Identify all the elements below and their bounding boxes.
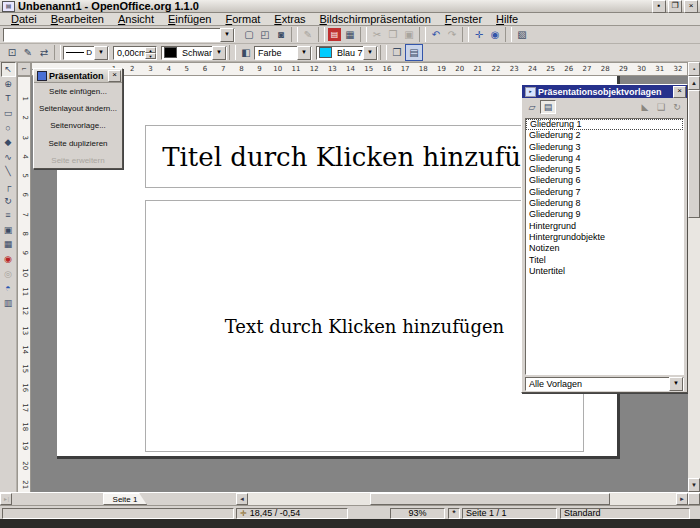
menu-item[interactable]: Ansicht bbox=[111, 13, 161, 25]
combo-arrow-icon[interactable]: ▼ bbox=[212, 46, 226, 60]
combo-arrow-icon[interactable]: ▼ bbox=[94, 46, 108, 60]
palette-command[interactable]: Seitenlayout ändern... bbox=[34, 100, 122, 117]
new-style-button[interactable]: ❑ bbox=[653, 100, 669, 114]
close-button[interactable]: × bbox=[684, 0, 698, 13]
new-document-button[interactable]: ▢ bbox=[241, 27, 257, 42]
page-tab[interactable]: Seite 1 bbox=[103, 493, 147, 505]
combo-arrow-icon[interactable]: ▼ bbox=[220, 28, 234, 42]
style-filter-select[interactable]: Alle Vorlagen ▼ bbox=[525, 377, 684, 391]
palette-command[interactable]: Seite erweitern bbox=[34, 152, 122, 169]
palette-command[interactable]: Seite duplizieren bbox=[34, 135, 122, 152]
cut-button[interactable]: ✂ bbox=[369, 27, 385, 42]
arrow-style-icon[interactable]: ⇄ bbox=[36, 45, 52, 60]
presentation-palette-titlebar[interactable]: Präsentation × bbox=[34, 69, 122, 83]
menu-item[interactable]: Bearbeiten bbox=[44, 13, 111, 25]
maximize-button[interactable]: ❐ bbox=[668, 0, 682, 13]
open-button[interactable]: ◰ bbox=[257, 27, 273, 42]
body-placeholder[interactable]: Text durch Klicken hinzufügen bbox=[145, 200, 584, 452]
ruler-toggle-button[interactable]: ▪ bbox=[688, 62, 700, 76]
close-icon[interactable]: × bbox=[673, 86, 686, 98]
line-style-select[interactable]: D ▼ bbox=[63, 46, 109, 60]
line-color-select[interactable]: Schwarz ▼ bbox=[161, 46, 227, 60]
vertical-ruler[interactable]: 123456789101112131415161718192021 bbox=[17, 76, 31, 494]
pen-icon[interactable]: ✎ bbox=[20, 45, 36, 60]
insert-tool[interactable]: ▦ bbox=[1, 237, 16, 252]
style-list-item[interactable]: Untertitel bbox=[526, 266, 683, 277]
fill-color-select[interactable]: Blau 7 ▼ bbox=[316, 46, 378, 60]
alignment-tool[interactable]: ≡ bbox=[1, 208, 16, 223]
combo-arrow-icon[interactable]: ▼ bbox=[669, 377, 683, 391]
presentation-box-tool[interactable]: ▥ bbox=[1, 296, 16, 311]
fill-style-select[interactable]: Farbe ▼ bbox=[254, 46, 312, 60]
paint-can-icon[interactable]: ◧ bbox=[238, 45, 254, 60]
palette-command[interactable]: Seite einfügen... bbox=[34, 83, 122, 100]
tab-last-button[interactable]: ►| bbox=[0, 493, 12, 505]
status-zoom-field[interactable]: 93% bbox=[390, 508, 445, 519]
presentation-styles-button[interactable]: ▤ bbox=[540, 100, 556, 114]
style-list-item[interactable]: Gliederung 8 bbox=[526, 198, 683, 209]
style-list-item[interactable]: Gliederung 1 bbox=[526, 119, 683, 130]
style-list-item[interactable]: Notizen bbox=[526, 243, 683, 254]
graphics-styles-button[interactable]: ▱ bbox=[524, 100, 540, 114]
style-list-item[interactable]: Gliederung 9 bbox=[526, 209, 683, 220]
controller3d-tool[interactable]: ◓ bbox=[1, 281, 16, 296]
menu-item[interactable]: Bildschirmpräsentation bbox=[313, 13, 438, 25]
zoom-button[interactable]: ◉ bbox=[487, 27, 503, 42]
lines-arrows-tool[interactable]: ╲ bbox=[1, 164, 16, 179]
style-list-item[interactable]: Hintergrundobjekte bbox=[526, 232, 683, 243]
curve-tool[interactable]: ∿ bbox=[1, 150, 16, 165]
menu-item[interactable]: Format bbox=[218, 13, 267, 25]
style-list-item[interactable]: Gliederung 7 bbox=[526, 187, 683, 198]
scroll-left-icon[interactable]: ◄ bbox=[236, 493, 248, 505]
shadow-icon[interactable]: ❐ bbox=[389, 45, 405, 60]
select-tool[interactable]: ↖ bbox=[1, 62, 16, 77]
paste-button[interactable]: ▣ bbox=[401, 27, 417, 42]
scroll-down-icon[interactable]: ▼ bbox=[688, 478, 700, 492]
arrange-tool[interactable]: ▣ bbox=[1, 223, 16, 238]
close-icon[interactable]: × bbox=[108, 70, 121, 82]
edit-points-icon[interactable]: ⊡ bbox=[4, 45, 20, 60]
style-list-item[interactable]: Titel bbox=[526, 255, 683, 266]
menu-item[interactable]: Einfügen bbox=[161, 13, 218, 25]
effects-tool[interactable]: ◉ bbox=[1, 252, 16, 267]
zoom-tool[interactable]: ⊕ bbox=[1, 77, 16, 92]
rectangle-tool[interactable]: ▭ bbox=[1, 106, 16, 121]
copy-button[interactable]: ❐ bbox=[385, 27, 401, 42]
edit-file-button[interactable]: ✎ bbox=[300, 27, 316, 42]
gallery-button[interactable]: ▧ bbox=[514, 27, 530, 42]
menu-item[interactable]: Fenster bbox=[438, 13, 489, 25]
style-list-item[interactable]: Gliederung 5 bbox=[526, 164, 683, 175]
menu-item[interactable]: Extras bbox=[267, 13, 312, 25]
scroll-right-icon[interactable]: ► bbox=[676, 493, 688, 505]
objects3d-tool[interactable]: ◆ bbox=[1, 135, 16, 150]
save-button[interactable]: ◙ bbox=[273, 27, 289, 42]
combo-arrow-icon[interactable]: ▼ bbox=[297, 46, 311, 60]
line-width-stepper[interactable]: 0,00cm ▲ ▼ bbox=[113, 46, 157, 60]
menu-item[interactable]: Datei bbox=[4, 13, 44, 25]
undo-button[interactable]: ↶ bbox=[428, 27, 444, 42]
combo-arrow-icon[interactable]: ▼ bbox=[363, 46, 377, 60]
menu-item[interactable]: Hilfe bbox=[489, 13, 525, 25]
url-combobox[interactable]: ▼ bbox=[3, 28, 235, 42]
navigator-button[interactable]: ✛ bbox=[471, 27, 487, 42]
ellipse-tool[interactable]: ○ bbox=[1, 120, 16, 135]
stylist-toggle-icon[interactable]: ▤ bbox=[405, 44, 423, 61]
print-button[interactable]: ▦ bbox=[342, 27, 358, 42]
horizontal-scroll-thumb[interactable] bbox=[370, 493, 610, 505]
fill-format-mode-button[interactable]: ◣ bbox=[637, 100, 653, 114]
palette-command[interactable]: Seitenvorlage... bbox=[34, 117, 122, 134]
style-list-item[interactable]: Gliederung 6 bbox=[526, 175, 683, 186]
text-tool[interactable]: T bbox=[1, 91, 16, 106]
style-list-item[interactable]: Hintergrund bbox=[526, 221, 683, 232]
style-list-item[interactable]: Gliederung 4 bbox=[526, 153, 683, 164]
redo-button[interactable]: ↷ bbox=[444, 27, 460, 42]
spin-down-icon[interactable]: ▼ bbox=[145, 53, 156, 59]
update-style-button[interactable]: ↻ bbox=[669, 100, 685, 114]
style-list-item[interactable]: Gliederung 3 bbox=[526, 142, 683, 153]
stylist-titlebar[interactable]: ▸ Präsentationsobjektvorlagen × bbox=[522, 85, 687, 98]
interaction-tool[interactable]: ◎ bbox=[1, 266, 16, 281]
connector-tool[interactable]: ┌ bbox=[1, 179, 16, 194]
horizontal-ruler[interactable]: 1234567891011121314151617181920212223242… bbox=[31, 62, 688, 76]
minimize-button[interactable]: ▪ bbox=[652, 0, 666, 13]
export-pdf-button[interactable]: ▤ bbox=[328, 28, 341, 41]
